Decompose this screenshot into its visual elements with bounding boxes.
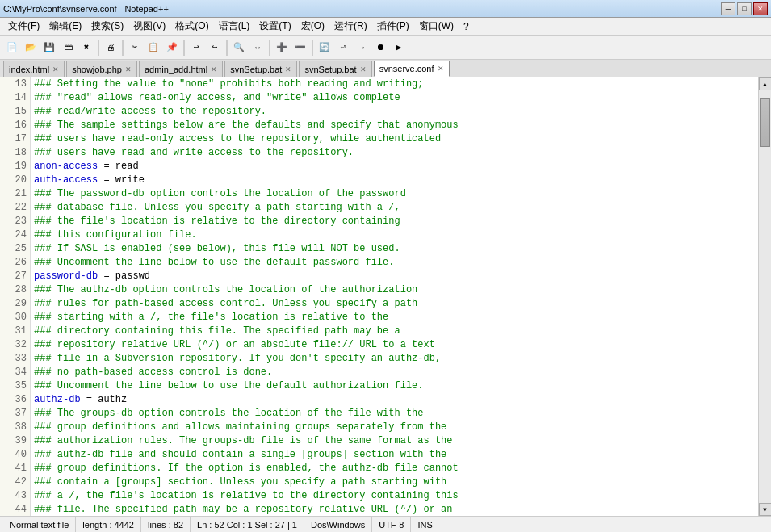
- wrap-button[interactable]: ⏎: [334, 39, 352, 57]
- code-line: ### read/write access to the repository.: [31, 105, 758, 119]
- code-line: ### users have read and write access to …: [31, 146, 758, 160]
- menu-macro[interactable]: 宏(O): [296, 18, 329, 35]
- zoom-in-button[interactable]: ➕: [273, 39, 291, 57]
- length-status: length : 4442: [76, 517, 141, 532]
- line-number: 24: [0, 228, 30, 242]
- line-number: 29: [0, 297, 30, 311]
- open-button[interactable]: 📂: [22, 39, 40, 57]
- line-number: 38: [0, 421, 30, 434]
- menu-run[interactable]: 运行(R): [329, 18, 372, 35]
- line-number: 26: [0, 256, 30, 270]
- close-button2[interactable]: ✖: [78, 39, 95, 57]
- line-number: 30: [0, 311, 30, 325]
- tab-close-icon[interactable]: ✕: [438, 65, 444, 73]
- tab-svnsetup-bat-1[interactable]: svnSetup.bat ✕: [224, 61, 297, 77]
- toolbar: 📄 📂 💾 🗃 ✖ 🖨 ✂ 📋 📌 ↩ ↪ 🔍 ↔ ➕ ➖ 🔄 ⏎ → ⏺ ▶: [0, 36, 771, 60]
- scroll-track[interactable]: [759, 90, 771, 503]
- tab-showjob-php[interactable]: showjob.php ✕: [66, 61, 137, 77]
- menu-help[interactable]: ?: [459, 19, 474, 34]
- title-bar: C:\MyPro\conf\svnserve.conf - Notepad++ …: [0, 0, 771, 18]
- menu-window[interactable]: 窗口(W): [414, 18, 459, 35]
- vertical-scrollbar[interactable]: ▲ ▼: [758, 77, 771, 516]
- menu-plugins[interactable]: 插件(P): [372, 18, 414, 35]
- code-line: ### database file. Unless you specify a …: [31, 201, 758, 215]
- close-button[interactable]: ✕: [753, 2, 768, 15]
- line-number: 16: [0, 119, 30, 132]
- code-line: ### the file's location is relative to t…: [31, 215, 758, 228]
- tab-admin-add-html[interactable]: admin_add.html ✕: [139, 61, 223, 77]
- tab-close-icon[interactable]: ✕: [285, 65, 291, 73]
- tab-svnsetup-bat-2[interactable]: svnSetup.bat ✕: [299, 61, 371, 77]
- menu-settings[interactable]: 设置(T): [254, 18, 295, 35]
- tab-index-html[interactable]: index.html ✕: [3, 61, 65, 77]
- menu-search[interactable]: 搜索(S): [86, 18, 128, 35]
- minimize-button[interactable]: ─: [721, 2, 735, 15]
- tabs-bar: index.html ✕ showjob.php ✕ admin_add.htm…: [0, 60, 771, 77]
- macro-play-button[interactable]: ▶: [390, 39, 408, 57]
- window-controls: ─ □ ✕: [721, 2, 768, 15]
- replace-button[interactable]: ↔: [249, 39, 266, 57]
- window-title: C:\MyPro\conf\svnserve.conf - Notepad++: [3, 4, 169, 14]
- sep5: [269, 40, 270, 56]
- code-line: ### Uncomment the line below to use the …: [31, 256, 758, 270]
- code-line: ### The password-db option controls the …: [31, 187, 758, 201]
- code-line: ### Uncomment the line below to use the …: [31, 379, 758, 393]
- tab-close-icon[interactable]: ✕: [360, 65, 367, 73]
- code-line: ### The sample settings below are the de…: [31, 119, 758, 132]
- scroll-down-arrow[interactable]: ▼: [759, 503, 772, 516]
- tab-close-icon[interactable]: ✕: [125, 65, 132, 73]
- code-line: ### The authz-db option controls the loc…: [31, 283, 758, 297]
- redo-button[interactable]: ↪: [206, 39, 224, 57]
- code-line: ### starting with a /, the file's locati…: [31, 311, 758, 325]
- line-number: 13: [0, 77, 30, 91]
- sync-button[interactable]: 🔄: [316, 39, 333, 57]
- tab-label: svnSetup.bat: [304, 65, 356, 74]
- code-line: password-db = passwd: [31, 270, 758, 283]
- line-number: 28: [0, 283, 30, 297]
- tab-close-icon[interactable]: ✕: [52, 65, 59, 73]
- sep1: [98, 40, 99, 56]
- menu-language[interactable]: 语言(L): [214, 18, 255, 35]
- cut-button[interactable]: ✂: [126, 39, 144, 57]
- new-button[interactable]: 📄: [3, 39, 21, 57]
- copy-button[interactable]: 📋: [145, 39, 162, 57]
- line-number: 14: [0, 91, 30, 105]
- menu-bar: 文件(F) 编辑(E) 搜索(S) 视图(V) 格式(O) 语言(L) 设置(T…: [0, 18, 771, 36]
- code-line: ### authorization rules. The groups-db f…: [31, 434, 758, 448]
- sep4: [226, 40, 228, 56]
- indent-button[interactable]: →: [353, 39, 371, 57]
- print-button[interactable]: 🖨: [102, 39, 119, 57]
- line-number: 25: [0, 242, 30, 256]
- find-button[interactable]: 🔍: [230, 39, 248, 57]
- menu-file[interactable]: 文件(F): [3, 18, 44, 35]
- zoom-out-button[interactable]: ➖: [291, 39, 309, 57]
- scroll-up-arrow[interactable]: ▲: [759, 77, 772, 90]
- code-line: ### The groups-db option controls the lo…: [31, 407, 758, 421]
- paste-button[interactable]: 📌: [163, 39, 181, 57]
- tab-label: admin_add.html: [145, 65, 207, 74]
- line-number: 34: [0, 366, 30, 379]
- status-bar: Normal text file length : 4442 lines : 8…: [0, 516, 771, 532]
- undo-button[interactable]: ↩: [187, 39, 205, 57]
- maximize-button[interactable]: □: [737, 2, 752, 15]
- save-button[interactable]: 💾: [40, 39, 58, 57]
- code-line: ### group definitions. If the option is …: [31, 462, 758, 475]
- menu-edit[interactable]: 编辑(E): [44, 18, 86, 35]
- macro-button[interactable]: ⏺: [371, 39, 389, 57]
- editor-content[interactable]: ### Setting the value to "none" prohibit…: [31, 77, 758, 516]
- scroll-thumb[interactable]: [760, 98, 770, 147]
- line-number: 36: [0, 393, 30, 407]
- menu-view[interactable]: 视图(V): [128, 18, 170, 35]
- tab-close-icon[interactable]: ✕: [211, 65, 217, 73]
- code-line: auth-access = write: [31, 174, 758, 187]
- save-all-button[interactable]: 🗃: [59, 39, 77, 57]
- line-number: 43: [0, 489, 30, 503]
- line-number: 37: [0, 407, 30, 421]
- code-line: ### repository relative URL (^/) or an a…: [31, 338, 758, 352]
- line-number: 32: [0, 338, 30, 352]
- encoding-status: UTF-8: [372, 517, 411, 532]
- tab-svnserve-conf[interactable]: svnserve.conf ✕: [374, 61, 450, 77]
- menu-format[interactable]: 格式(O): [170, 18, 213, 35]
- line-number: 40: [0, 448, 30, 462]
- line-numbers: 1314151617181920212223242526272829303132…: [0, 77, 31, 516]
